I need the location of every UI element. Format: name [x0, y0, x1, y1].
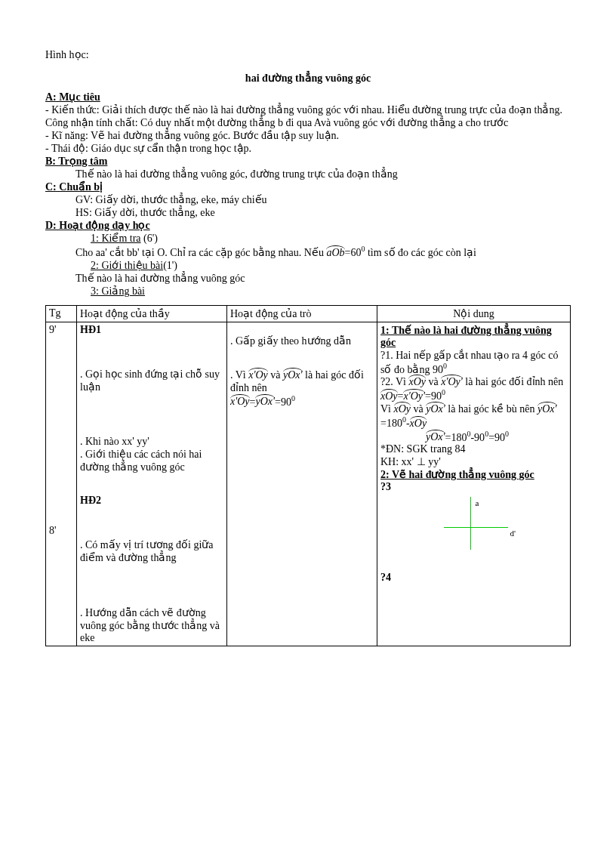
content-cell: 1: Thế nào là hai đường thẳng vuông góc …: [377, 322, 571, 646]
section-c-hs: HS: Giấy dời, thước thẳng, eke: [75, 206, 571, 219]
header-student: Hoạt động của trò: [227, 305, 377, 322]
section-c-header: C: Chuẩn bị: [45, 181, 103, 193]
section-d-item1: 1: Kiểm tra (6'): [91, 232, 571, 245]
section-d-item2-text: Thế nào là hai đường thẳng vuông góc: [75, 272, 571, 285]
section-c-gv: GV: Giấy dời, thước thẳng, eke, máy chiế…: [75, 193, 571, 206]
section-d-item3: 3: Giảng bài: [91, 285, 571, 298]
section-a-line2: - Kĩ năng: Vẽ hai đường thẳng vuông góc.…: [45, 129, 571, 142]
student-cell: . Gấp giấy theo hướng dẫn . Vì x'Oy và y…: [227, 322, 377, 646]
section-a-line1: - Kiến thức: Giải thích được thế nào là …: [45, 103, 571, 129]
table-header-row: Tg Hoạt động của thầy Hoạt động của trò …: [46, 305, 571, 322]
header-tg: Tg: [46, 305, 77, 322]
page-title: hai đường thẳng vuông góc: [45, 72, 571, 85]
section-a-header: A: Mục tiêu: [45, 91, 100, 103]
section-b-line: Thế nào là hai đường thẳng vuông góc, đư…: [75, 168, 571, 180]
subject-label: Hình học:: [45, 48, 571, 61]
section-d-header: D: Hoạt động dạy học: [45, 220, 150, 231]
section-d-item2: 2: Giới thiệu bài(1'): [91, 259, 571, 272]
table-row: 9' 8' HĐ1 . Gọi học sinh đứng tại chỗ su…: [46, 322, 571, 646]
tg-cell: 9' 8': [46, 322, 77, 646]
header-content: Nội dung: [377, 305, 571, 322]
lesson-table: Tg Hoạt động của thầy Hoạt động của trò …: [45, 305, 571, 646]
section-d-item1-text: Cho aa' cắt bb' tại O. Chỉ ra các cặp gó…: [75, 245, 571, 259]
header-teacher: Hoạt động của thầy: [77, 305, 227, 322]
teacher-cell: HĐ1 . Gọi học sinh đứng tại chỗ suy luận…: [77, 322, 227, 646]
section-b-header: B: Trọng tâm: [45, 156, 107, 167]
perpendicular-diagram: a d': [436, 497, 512, 557]
section-a-line3: - Thái độ: Giáo dục sự cẩn thận trong họ…: [45, 142, 571, 155]
